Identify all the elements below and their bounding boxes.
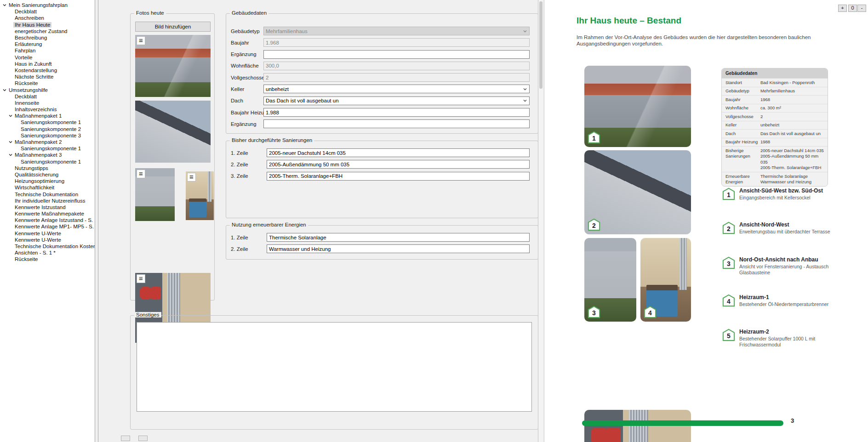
- table-row-label: Standort: [722, 80, 760, 86]
- sidebar-item[interactable]: Deckblatt: [0, 8, 95, 15]
- sidebar-item[interactable]: Anschreiben: [0, 15, 95, 21]
- chevron-down-icon[interactable]: [7, 140, 13, 144]
- sidebar-item[interactable]: Maßnahmenpaket 3: [0, 152, 95, 158]
- sonstiges-textarea[interactable]: [137, 322, 532, 412]
- sidebar-item[interactable]: Erläuterung: [0, 41, 95, 47]
- combobox[interactable]: Das Dach ist voll ausgebaut un: [263, 96, 530, 105]
- sidebar-item-label: Vorteile: [13, 55, 34, 60]
- photo-menu-icon[interactable]: ≡: [137, 274, 145, 283]
- sidebar-item[interactable]: Technische Dokumentation: [0, 191, 95, 197]
- text-input[interactable]: [263, 50, 530, 59]
- sidebar-item[interactable]: Fahrplan: [0, 47, 95, 54]
- text-input[interactable]: [267, 160, 530, 169]
- sidebar-item[interactable]: Technische Dokumentation Kosten: [0, 243, 95, 249]
- sidebar-item[interactable]: Rückseite: [0, 80, 95, 86]
- combobox[interactable]: unbeheizt: [263, 85, 530, 93]
- text-input[interactable]: [267, 148, 530, 157]
- panel-mini-button-2[interactable]: [138, 436, 148, 441]
- sidebar-item[interactable]: Kennwerte Anlage MP1- MP5 - S. 1: [0, 223, 95, 230]
- sidebar-item[interactable]: Haus in Zukunft: [0, 61, 95, 67]
- photo-menu-icon[interactable]: ≡: [137, 170, 145, 178]
- sidebar-item[interactable]: Heizungsoptimierung: [0, 178, 95, 184]
- sidebar-item[interactable]: Ihr individueller Nutzereinfluss: [0, 198, 95, 204]
- scrollbar-thumb[interactable]: [539, 1, 542, 89]
- svg-text:1: 1: [592, 135, 596, 142]
- photo-thumbnail-house-gable[interactable]: ≡: [135, 168, 175, 221]
- sidebar-item[interactable]: Deckblatt: [0, 93, 95, 100]
- sidebar: Mein SanierungsfahrplanDeckblattAnschrei…: [0, 0, 95, 442]
- sidebar-item-label: Deckblatt: [13, 94, 38, 99]
- sidebar-item[interactable]: Kostendarstellung: [0, 67, 95, 74]
- text-input[interactable]: [267, 233, 530, 242]
- zoom-out-button[interactable]: -: [857, 5, 866, 12]
- sidebar-item-label: Inhaltsverzeichnis: [13, 107, 58, 112]
- form-field-row: 1. Zeile: [226, 148, 538, 157]
- sidebar-item[interactable]: Nutzungstipps: [0, 165, 95, 171]
- gebaeudedaten-group: Gebäudedaten GebäudetypMehrfamilienhausB…: [226, 13, 538, 134]
- intro-text: Im Rahmen der Vor-Ort-Analyse des Gebäud…: [577, 34, 841, 47]
- sidebar-item[interactable]: Kennwerte Istzustand: [0, 204, 95, 210]
- sidebar-item[interactable]: Maßnahmenpaket 2: [0, 139, 95, 145]
- sidebar-item[interactable]: Sanierungskomponente 2: [0, 126, 95, 132]
- sidebar-item[interactable]: Kennwerte U-Werte: [0, 237, 95, 243]
- panel-mini-button-1[interactable]: [121, 436, 130, 441]
- photo-thumbnail-house-front[interactable]: ≡: [135, 35, 211, 97]
- table-row-value: 2: [760, 114, 828, 120]
- sidebar-item[interactable]: Ansichten - S. 1 *: [0, 249, 95, 256]
- sidebar-item[interactable]: Rückseite: [0, 256, 95, 262]
- table-row: Erneuerbare EnergienThermische Solaranla…: [722, 172, 828, 186]
- add-image-button[interactable]: Bild hinzufügen: [135, 22, 211, 32]
- sidebar-item[interactable]: Maßnahmenpaket 1: [0, 113, 95, 119]
- sidebar-item[interactable]: Sanierungskomponente 1: [0, 159, 95, 165]
- sidebar-item[interactable]: Sanierungskomponente 1: [0, 145, 95, 152]
- sidebar-item[interactable]: Inhaltsverzeichnis: [0, 106, 95, 113]
- sidebar-item-label: Sanierungskomponente 1: [19, 146, 82, 151]
- sanierungen-group: Bisher durchgeführte Sanierungen 1. Zeil…: [226, 141, 538, 218]
- table-row-label: Dach: [722, 131, 760, 137]
- photo-menu-icon[interactable]: ≡: [187, 173, 196, 181]
- sidebar-item-label: Ihr Haus Heute: [13, 22, 51, 28]
- sidebar-item[interactable]: Kennwerte Maßnahmepakete: [0, 210, 95, 217]
- text-input[interactable]: [267, 244, 530, 253]
- field-label: Vollgeschosse: [231, 75, 263, 80]
- form-field-row: Vollgeschosse: [226, 73, 538, 82]
- chevron-down-icon[interactable]: [1, 3, 7, 7]
- photo-caption: 5Heizraum-2Bestehender Solarpuffer 1000 …: [722, 329, 834, 347]
- sidebar-item[interactable]: Qualitätssicherung: [0, 171, 95, 178]
- sonstiges-group: Sonstiges: [130, 315, 538, 430]
- sidebar-item[interactable]: Sanierungskomponente 1: [0, 119, 95, 125]
- photo-thumbnail-house-corner[interactable]: [135, 101, 211, 163]
- sidebar-item[interactable]: Innenseite: [0, 100, 95, 106]
- chevron-down-icon[interactable]: [1, 88, 7, 92]
- sidebar-item[interactable]: Wirtschaftlichkeit: [0, 184, 95, 191]
- sidebar-item[interactable]: Vorteile: [0, 54, 95, 61]
- text-input: [263, 73, 530, 82]
- sidebar-item[interactable]: energetischer Zustand: [0, 28, 95, 34]
- sidebar-item[interactable]: Kennwerte Anlage Istzustand - S. 1: [0, 217, 95, 223]
- caption-title: Ansicht-Nord-West: [739, 221, 834, 228]
- table-row-label: Vollgeschosse: [722, 114, 760, 120]
- photo-thumbnail-boiler-room[interactable]: ≡: [186, 171, 214, 220]
- zoom-reset-button[interactable]: 0: [848, 5, 857, 12]
- chevron-down-icon[interactable]: [7, 113, 13, 118]
- text-input[interactable]: [263, 119, 530, 128]
- chevron-down-icon[interactable]: [7, 153, 13, 157]
- sidebar-item[interactable]: Beschreibung: [0, 34, 95, 41]
- sidebar-item[interactable]: Mein Sanierungsfahrplan: [0, 2, 95, 8]
- sidebar-item[interactable]: Ihr Haus Heute: [0, 22, 95, 28]
- photo-number-badge: 1: [588, 131, 600, 144]
- sidebar-item-label: Kennwerte Istzustand: [13, 204, 67, 210]
- sidebar-item-label: Anschreiben: [13, 15, 46, 21]
- sidebar-item[interactable]: Kennwerte U-Werte: [0, 230, 95, 237]
- sidebar-item[interactable]: Umsetzungshilfe: [0, 86, 95, 93]
- photo-menu-icon[interactable]: ≡: [137, 36, 145, 45]
- sidebar-item[interactable]: Nächste Schritte: [0, 74, 95, 80]
- text-input[interactable]: [267, 172, 530, 181]
- zoom-in-button[interactable]: +: [838, 5, 847, 12]
- table-row-value: Thermische SolaranlageWarmwasser und Hei…: [760, 174, 828, 185]
- caption-number-badge: 5: [722, 329, 735, 347]
- sidebar-item[interactable]: Sanierungskomponente 3: [0, 132, 95, 139]
- sidebar-item-label: Technische Dokumentation: [13, 192, 80, 197]
- form-scrollbar[interactable]: [538, 0, 543, 442]
- text-input[interactable]: [263, 108, 530, 117]
